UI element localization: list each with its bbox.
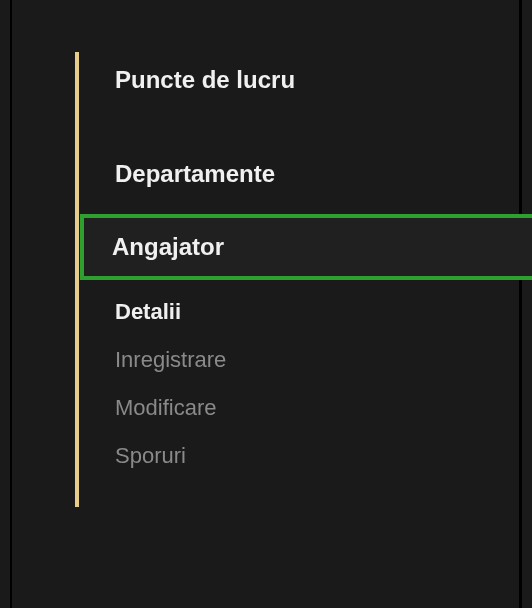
sub-item-label: Inregistrare xyxy=(115,347,226,372)
nav-item-label: Puncte de lucru xyxy=(115,66,295,93)
sub-item-modificare[interactable]: Modificare xyxy=(115,384,532,432)
nav-item-puncte-de-lucru[interactable]: Puncte de lucru xyxy=(115,52,532,108)
nav-item-label: Departamente xyxy=(115,160,275,187)
sub-item-sporuri[interactable]: Sporuri xyxy=(115,432,532,480)
nav-item-label: Angajator xyxy=(112,233,224,260)
nav-list: Puncte de lucru Departamente Angajator D… xyxy=(75,52,532,480)
sidebar: Puncte de lucru Departamente Angajator D… xyxy=(75,52,532,480)
nav-item-departamente[interactable]: Departamente xyxy=(115,146,532,202)
sub-item-label: Detalii xyxy=(115,299,181,324)
sub-item-detalii[interactable]: Detalii xyxy=(115,288,532,336)
accent-bar xyxy=(75,52,79,507)
sub-item-label: Modificare xyxy=(115,395,216,420)
sub-item-label: Sporuri xyxy=(115,443,186,468)
nav-item-angajator[interactable]: Angajator xyxy=(80,214,532,280)
sub-item-inregistrare[interactable]: Inregistrare xyxy=(115,336,532,384)
left-border xyxy=(10,0,12,608)
